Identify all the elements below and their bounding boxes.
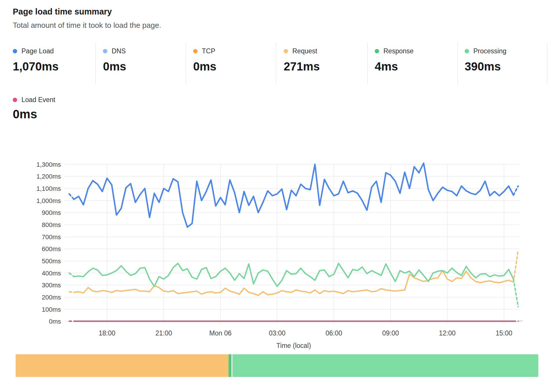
- series-page-load: [513, 186, 518, 195]
- series-processing: [513, 279, 518, 307]
- y-tick-label: 1,200ms: [37, 173, 61, 180]
- y-tick-label: 1,100ms: [37, 185, 61, 192]
- y-tick-label: 1,000ms: [37, 197, 61, 204]
- y-tick-label: 600ms: [42, 245, 61, 253]
- series-request: [69, 292, 74, 292]
- x-tick-label: Mon 06: [209, 329, 232, 337]
- y-tick-label: 500ms: [42, 257, 61, 265]
- series-processing: [74, 263, 513, 286]
- x-tick-label: 21:00: [155, 329, 172, 337]
- bar-segment-processing-portion[interactable]: [232, 354, 538, 377]
- bar-segment-divider-sliver[interactable]: [229, 354, 231, 377]
- x-tick-label: 18:00: [99, 329, 115, 337]
- page: Page load time summary Total amount of t…: [0, 0, 554, 392]
- x-tick-label: 09:00: [382, 329, 399, 337]
- series-request: [513, 250, 518, 282]
- x-axis-title: Time (local): [276, 342, 311, 349]
- page-load-time-chart[interactable]: 0ms100ms200ms300ms400ms500ms600ms700ms80…: [0, 0, 554, 392]
- bar-segment-request-portion[interactable]: [16, 354, 229, 377]
- series-page-load: [69, 194, 74, 199]
- y-tick-label: 400ms: [42, 270, 61, 277]
- x-tick-label: 12:00: [439, 329, 456, 337]
- y-tick-label: 0ms: [49, 318, 61, 325]
- y-tick-label: 1,300ms: [37, 161, 61, 168]
- x-tick-label: 06:00: [325, 329, 342, 337]
- x-tick-label: 15:00: [496, 329, 513, 337]
- x-tick-label: 03:00: [269, 329, 286, 337]
- y-tick-label: 700ms: [42, 233, 61, 241]
- y-tick-label: 100ms: [42, 306, 61, 313]
- y-tick-label: 800ms: [42, 221, 61, 228]
- y-tick-label: 200ms: [42, 294, 61, 301]
- series-processing: [69, 273, 74, 277]
- time-range-bar[interactable]: [16, 354, 538, 377]
- y-tick-label: 900ms: [42, 209, 61, 216]
- y-tick-label: 300ms: [42, 282, 61, 289]
- series-page-load: [74, 163, 513, 227]
